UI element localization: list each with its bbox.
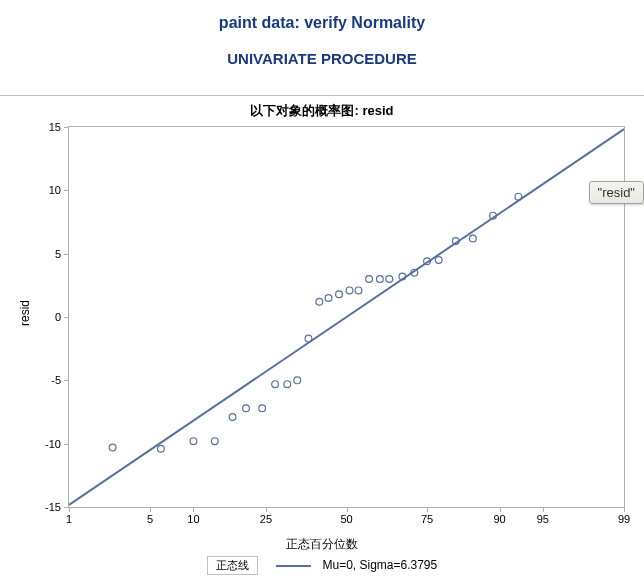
x-tick-mark bbox=[193, 507, 194, 512]
data-point bbox=[211, 438, 218, 445]
data-point bbox=[469, 235, 476, 242]
x-tick-label: 10 bbox=[178, 513, 208, 525]
y-tick-label: -15 bbox=[31, 501, 61, 513]
legend-line-sample bbox=[276, 565, 311, 567]
data-point bbox=[272, 381, 279, 388]
x-tick-mark bbox=[150, 507, 151, 512]
x-tick-mark bbox=[624, 507, 625, 512]
data-point bbox=[294, 377, 301, 384]
data-point bbox=[376, 276, 383, 283]
y-axis-label: resid bbox=[18, 300, 32, 326]
data-point bbox=[366, 276, 373, 283]
plot-svg bbox=[69, 127, 624, 507]
y-tick-mark bbox=[64, 254, 69, 255]
normal-reference-line bbox=[69, 129, 624, 505]
data-point bbox=[386, 276, 393, 283]
x-tick-label: 25 bbox=[251, 513, 281, 525]
x-tick-label: 90 bbox=[485, 513, 515, 525]
x-tick-mark bbox=[266, 507, 267, 512]
data-points bbox=[109, 193, 522, 452]
data-point bbox=[305, 335, 312, 342]
y-tick-mark bbox=[64, 317, 69, 318]
x-tick-mark bbox=[347, 507, 348, 512]
y-tick-mark bbox=[64, 380, 69, 381]
data-point bbox=[229, 414, 236, 421]
data-point bbox=[435, 257, 442, 264]
x-tick-label: 75 bbox=[412, 513, 442, 525]
tooltip: "resid" bbox=[589, 181, 644, 204]
x-tick-label: 5 bbox=[135, 513, 165, 525]
data-point bbox=[355, 287, 362, 294]
chart-frame: -15-10-50510151510255075909599 bbox=[68, 126, 625, 508]
page-title: paint data: verify Normality bbox=[0, 14, 644, 32]
x-tick-label: 99 bbox=[609, 513, 639, 525]
y-tick-label: 15 bbox=[31, 121, 61, 133]
data-point bbox=[259, 405, 266, 412]
plot-area: 以下对象的概率图: resid resid -15-10-50510151510… bbox=[0, 95, 644, 578]
x-tick-mark bbox=[500, 507, 501, 512]
data-point bbox=[157, 445, 164, 452]
y-tick-label: 10 bbox=[31, 184, 61, 196]
y-tick-mark bbox=[64, 190, 69, 191]
legend-stats: Mu=0, Sigma=6.3795 bbox=[322, 558, 437, 572]
plot-title: 以下对象的概率图: resid bbox=[0, 102, 644, 120]
x-tick-mark bbox=[427, 507, 428, 512]
data-point bbox=[243, 405, 250, 412]
x-tick-mark bbox=[543, 507, 544, 512]
data-point bbox=[515, 193, 522, 200]
data-point bbox=[190, 438, 197, 445]
x-tick-label: 50 bbox=[332, 513, 362, 525]
y-tick-label: 0 bbox=[31, 311, 61, 323]
data-point bbox=[316, 298, 323, 305]
y-tick-label: -5 bbox=[31, 374, 61, 386]
data-point bbox=[346, 287, 353, 294]
legend-title: 正态线 bbox=[207, 556, 258, 575]
y-tick-label: -10 bbox=[31, 438, 61, 450]
x-tick-label: 95 bbox=[528, 513, 558, 525]
data-point bbox=[336, 291, 343, 298]
x-tick-mark bbox=[69, 507, 70, 512]
data-point bbox=[109, 444, 116, 451]
legend: 正态线 Mu=0, Sigma=6.3795 bbox=[0, 556, 644, 575]
x-axis-label: 正态百分位数 bbox=[0, 536, 644, 553]
data-point bbox=[284, 381, 291, 388]
y-tick-mark bbox=[64, 444, 69, 445]
data-point bbox=[325, 295, 332, 302]
page-subtitle: UNIVARIATE PROCEDURE bbox=[0, 50, 644, 67]
y-tick-mark bbox=[64, 127, 69, 128]
x-tick-label: 1 bbox=[54, 513, 84, 525]
y-tick-label: 5 bbox=[31, 248, 61, 260]
